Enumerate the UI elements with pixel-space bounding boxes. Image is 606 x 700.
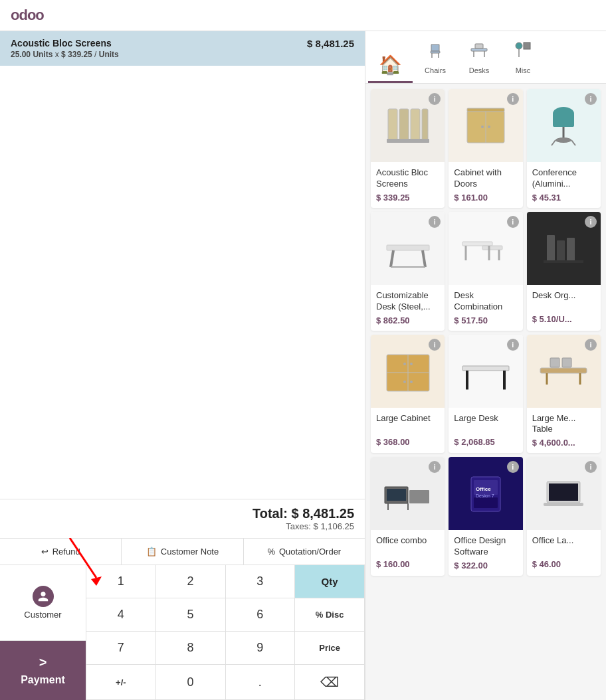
product-office-design-software[interactable]: Office Design 7 i Office Design Software… [449,457,522,576]
cat-desks-button[interactable]: Desks [458,35,500,83]
odoo-logo: odoo [11,7,595,24]
num-4-button[interactable]: 4 [86,598,156,632]
info-badge: i [507,93,519,105]
tax-amount: Taxes: $ 1,106.25 [11,521,354,531]
cat-home-button[interactable]: 🏠 [368,52,413,83]
svg-point-44 [403,363,406,365]
svg-line-27 [571,140,575,145]
product-desk-organizer[interactable]: i Desk Org... $ 5.10/U... [527,212,601,331]
product-price: $ 322.00 [454,561,517,570]
product-large-desk[interactable]: i Large Desk $ 2,068.85 [449,335,522,454]
product-name: Large Cabinet [376,413,439,434]
product-name: Acoustic Bloc Screens [376,167,439,190]
info-badge: i [585,339,597,351]
customer-button[interactable]: Customer [0,565,86,641]
svg-line-30 [423,250,425,267]
product-name: Conference (Alumini... [532,167,595,190]
svg-rect-5 [471,48,487,51]
cat-misc-button[interactable]: Misc [502,35,544,83]
product-info: Desk Combination $ 517.50 [449,285,522,331]
svg-rect-13 [399,109,409,142]
svg-rect-39 [567,238,575,262]
product-price: $ 517.50 [454,315,517,325]
product-name: Cabinet with Doors [454,167,517,190]
price-button[interactable]: Price [295,632,365,665]
product-acoustic-bloc[interactable]: i Acoustic Bloc Screens $ 339.25 [371,89,445,208]
refund-button[interactable]: ↩ Refund [0,539,122,565]
svg-rect-8 [475,44,483,48]
order-item[interactable]: Acoustic Bloc Screens 25.00 Units x $ 33… [0,31,365,66]
product-info: Large Cabinet $ 368.00 [371,408,445,452]
product-large-meeting-table[interactable]: i Large Me... Table $ 4,600.0... [527,335,601,454]
svg-point-9 [516,43,522,49]
product-office-laptop[interactable]: i Office La... $ 46.00 [527,457,601,576]
payment-button[interactable]: > Payment [0,641,86,700]
order-item-details: Acoustic Bloc Screens 25.00 Units x $ 33… [11,38,119,59]
svg-rect-57 [562,358,571,367]
product-name: Office La... [532,535,595,557]
cat-chairs-button[interactable]: Chairs [414,35,456,83]
plusminus-button[interactable]: +/- [86,665,156,700]
num-9-button[interactable]: 9 [226,632,296,665]
product-price: $ 160.00 [376,559,439,569]
svg-point-25 [556,137,571,143]
product-conference-chair[interactable]: i Conference (Alumini... $ 45.31 [527,89,601,208]
num-7-button[interactable]: 7 [86,632,156,665]
svg-rect-10 [524,43,530,49]
product-office-combo[interactable]: i Office combo $ 160.00 [371,457,445,576]
product-grid: i Acoustic Bloc Screens $ 339.25 [365,84,606,700]
product-price: $ 161.00 [454,193,517,203]
product-price: $ 5.10/U... [532,314,595,324]
order-item-detail: 25.00 Units x $ 339.25 / Units [11,50,119,59]
home-icon: 🏠 [379,56,402,74]
svg-rect-67 [474,497,498,508]
num-3-button[interactable]: 3 [226,565,296,598]
refund-icon: ↩ [41,547,49,557]
product-name: Office Design Software [454,535,517,558]
product-info: Desk Org... $ 5.10/U... [527,285,601,329]
svg-line-29 [391,250,393,267]
product-info: Cabinet with Doors $ 161.00 [449,162,522,208]
product-large-cabinet[interactable]: i Large Cabinet $ 368.00 [371,335,445,454]
dot-button[interactable]: . [226,665,296,700]
product-info: Acoustic Bloc Screens $ 339.25 [371,162,445,208]
disc-button[interactable]: % Disc [295,598,365,632]
action-buttons: ↩ Refund 📋 Customer Note % Quotation/Ord… [0,538,365,565]
payment-chevron: > [39,655,47,670]
quotation-icon: % [267,547,275,557]
backspace-button[interactable]: ⌫ [295,665,365,700]
product-info: Office La... $ 46.00 [527,530,601,574]
product-info: Customizable Desk (Steel,... $ 862.50 [371,285,445,331]
customer-payment-col: Customer > Payment [0,565,86,700]
num-5-button[interactable]: 5 [156,598,226,632]
info-badge: i [429,216,441,228]
product-name: Large Desk [454,413,517,434]
product-cabinet-doors[interactable]: i Cabinet with Doors $ 161.00 [449,89,522,208]
num-6-button[interactable]: 6 [226,598,296,632]
svg-rect-14 [411,109,420,142]
info-badge: i [585,93,597,105]
product-customizable-desk[interactable]: i Customizable Desk (Steel,... $ 862.50 [371,212,445,331]
svg-rect-15 [422,109,428,142]
num-2-button[interactable]: 2 [156,565,226,598]
qty-button[interactable]: Qty [295,565,365,598]
order-lines [0,66,365,499]
product-price: $ 339.25 [376,193,439,203]
svg-rect-56 [550,358,559,367]
svg-rect-37 [547,235,555,262]
svg-point-19 [481,126,484,128]
num-8-button[interactable]: 8 [156,632,226,665]
product-info: Conference (Alumini... $ 45.31 [527,162,601,208]
svg-rect-32 [462,242,492,246]
svg-rect-40 [544,260,583,263]
quotation-button[interactable]: % Quotation/Order [244,539,365,565]
svg-point-20 [488,126,490,128]
customer-note-button[interactable]: 📋 Customer Note [122,539,243,565]
info-badge: i [507,339,519,351]
left-panel: Acoustic Bloc Screens 25.00 Units x $ 33… [0,31,365,700]
svg-rect-2 [431,51,440,53]
product-desk-combination[interactable]: i Desk Combination $ 517.50 [449,212,522,331]
num-1-button[interactable]: 1 [86,565,156,598]
category-nav: 🏠 Chairs [365,31,606,84]
num-0-button[interactable]: 0 [156,665,226,700]
